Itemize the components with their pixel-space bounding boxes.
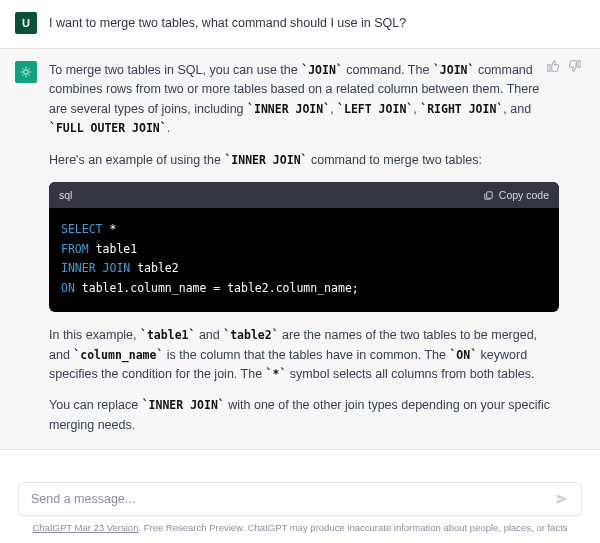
- assistant-paragraph: Here's an example of using the `INNER JO…: [49, 151, 559, 170]
- assistant-paragraph: To merge two tables in SQL, you can use …: [49, 61, 559, 139]
- assistant-avatar: [15, 61, 37, 83]
- message-input-container: [18, 482, 582, 516]
- code-language-label: sql: [59, 187, 72, 203]
- inline-code: `FULL OUTER JOIN`: [49, 121, 167, 135]
- inline-code: `ON`: [449, 348, 477, 362]
- send-icon: [555, 492, 569, 506]
- message-input[interactable]: [31, 492, 555, 506]
- user-message-row: U I want to merge two tables, what comma…: [0, 0, 600, 48]
- user-avatar: U: [15, 12, 37, 34]
- inline-code: `RIGHT JOIN`: [420, 102, 503, 116]
- inline-code: `table2`: [223, 328, 278, 342]
- version-link[interactable]: ChatGPT Mar 23 Version: [32, 522, 138, 533]
- code-content: SELECT * FROM table1 INNER JOIN table2 O…: [49, 208, 559, 312]
- inline-code: `LEFT JOIN`: [337, 102, 413, 116]
- inline-code: `JOIN`: [433, 63, 475, 77]
- assistant-message-row: To merge two tables in SQL, you can use …: [0, 48, 600, 450]
- inline-code: `INNER JOIN`: [247, 102, 330, 116]
- user-message-text: I want to merge two tables, what command…: [49, 12, 585, 34]
- thumbs-up-button[interactable]: [546, 59, 560, 76]
- thumbs-up-icon: [546, 59, 560, 73]
- inline-code: `*`: [266, 367, 287, 381]
- openai-logo-icon: [19, 65, 33, 79]
- code-block: sql Copy code SELECT * FROM table1 INNER…: [49, 182, 559, 312]
- copy-code-button[interactable]: Copy code: [483, 187, 549, 203]
- inline-code: `INNER JOIN`: [142, 398, 225, 412]
- assistant-message-content: To merge two tables in SQL, you can use …: [49, 61, 585, 435]
- thumbs-down-icon: [568, 59, 582, 73]
- svg-rect-1: [486, 191, 492, 197]
- assistant-paragraph: In this example, `table1` and `table2` a…: [49, 326, 559, 384]
- send-button[interactable]: [555, 492, 569, 506]
- composer-area: ChatGPT Mar 23 Version. Free Research Pr…: [0, 476, 600, 543]
- inline-code: `table1`: [140, 328, 195, 342]
- footer-disclaimer: ChatGPT Mar 23 Version. Free Research Pr…: [18, 516, 582, 537]
- feedback-buttons: [546, 59, 582, 76]
- clipboard-icon: [483, 190, 494, 201]
- assistant-paragraph: You can replace `INNER JOIN` with one of…: [49, 396, 559, 435]
- code-block-header: sql Copy code: [49, 182, 559, 208]
- inline-code: `JOIN`: [301, 63, 343, 77]
- svg-point-0: [24, 70, 29, 75]
- thumbs-down-button[interactable]: [568, 59, 582, 76]
- inline-code: `INNER JOIN`: [224, 153, 307, 167]
- inline-code: `column_name`: [73, 348, 163, 362]
